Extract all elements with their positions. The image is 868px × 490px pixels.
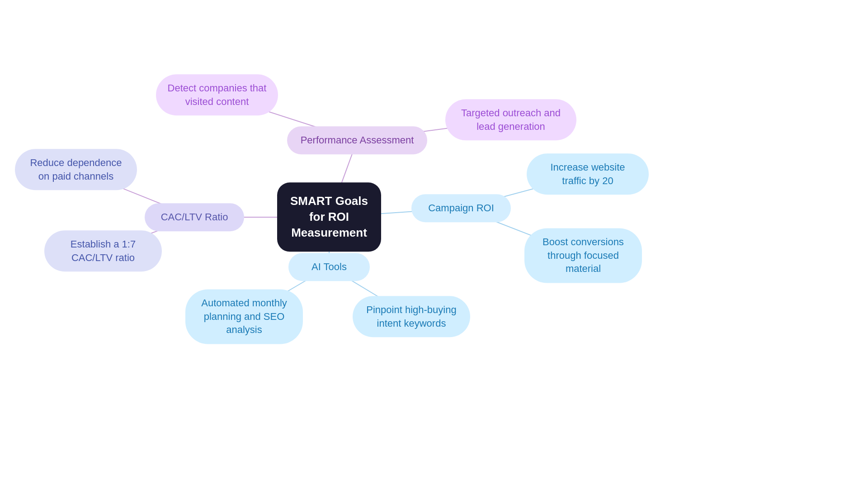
targeted-outreach-node: Targeted outreach and lead generation: [445, 99, 576, 140]
automated-planning-node: Automated monthly planning and SEO analy…: [185, 289, 303, 344]
performance-assessment-node: Performance Assessment: [287, 126, 427, 154]
cac-ltv-node: CAC/LTV Ratio: [145, 203, 244, 231]
pinpoint-keywords-node: Pinpoint high-buying intent keywords: [353, 296, 470, 337]
detect-companies-node: Detect companies that visited content: [156, 74, 278, 115]
ai-tools-node: AI Tools: [288, 253, 370, 281]
establish-ratio-node: Establish a 1:7 CAC/LTV ratio: [44, 230, 162, 271]
increase-traffic-node: Increase website traffic by 20: [527, 153, 649, 195]
campaign-roi-node: Campaign ROI: [411, 194, 511, 222]
boost-conversions-node: Boost conversions through focused materi…: [524, 228, 642, 283]
center-node: SMART Goals for ROI Measurement: [277, 182, 381, 252]
reduce-dependence-node: Reduce dependence on paid channels: [15, 149, 137, 190]
